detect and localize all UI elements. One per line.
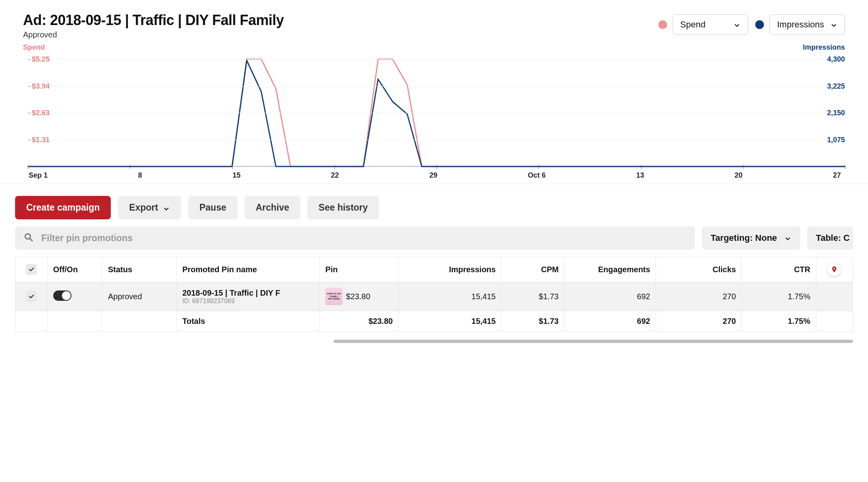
chart-xtick-mark [845, 165, 845, 169]
col-offon[interactable]: Off/On [47, 257, 102, 282]
row-engagements: 692 [564, 282, 656, 311]
col-cpm[interactable]: CPM [502, 257, 564, 282]
right-axis-label: Impressions [803, 43, 845, 52]
chart-ytick-mark [28, 140, 31, 140]
metric-color-dot-right [755, 20, 764, 29]
chart-gridline [28, 140, 845, 140]
chevron-down-icon [784, 234, 791, 242]
chart-gridline [28, 59, 845, 60]
table-header-row: Off/On Status Promoted Pin name Pin Impr… [15, 257, 853, 282]
totals-ctr: 1.75% [742, 311, 816, 332]
totals-spend: $23.80 [320, 311, 399, 332]
row-toggle-cell [47, 282, 102, 311]
chart-xtick-label: 20 [735, 171, 743, 180]
col-pin[interactable]: Pin [320, 257, 399, 282]
chevron-down-icon [163, 204, 170, 211]
chart-xtick-mark [130, 165, 130, 169]
chart-xtick-mark [334, 165, 335, 169]
totals-empty [15, 311, 48, 332]
metric-dropdown-left-label: Spend [680, 19, 706, 30]
metric-dropdown-right[interactable]: Impressions [770, 14, 845, 35]
chart-x-ticks: Sep 18152229Oct 6132027 [23, 171, 845, 180]
search-wrap [15, 226, 695, 250]
chart-gridline [28, 86, 845, 87]
totals-empty [47, 311, 102, 332]
row-clicks: 270 [656, 282, 742, 311]
col-clicks[interactable]: Clicks [656, 257, 742, 282]
filter-pin-promotions-input[interactable] [41, 233, 686, 244]
checkbox-icon [26, 264, 37, 275]
on-off-toggle[interactable] [53, 290, 71, 301]
chart-xtick-mark [436, 165, 437, 169]
chart-ytick-left: $5.25 [32, 55, 50, 64]
pause-button[interactable]: Pause [188, 196, 237, 219]
totals-empty [102, 311, 176, 332]
totals-label: Totals [177, 311, 320, 332]
see-history-button[interactable]: See history [307, 196, 379, 219]
row-ctr: 1.75% [742, 282, 816, 311]
page-header: Ad: 2018-09-15 | Traffic | DIY Fall Fami… [0, 0, 868, 43]
action-bar: Create campaign Export Pause Archive See… [0, 184, 868, 226]
totals-clicks: 270 [656, 311, 742, 332]
totals-impressions: 15,415 [399, 311, 502, 332]
targeting-dropdown[interactable]: Targeting: None [702, 226, 800, 250]
svg-line-1 [30, 238, 32, 241]
chart-xtick-label: 8 [138, 171, 142, 180]
map-pin-icon [827, 263, 841, 276]
chart-xtick-label: Oct 6 [528, 171, 546, 180]
chart-ytick-mark [28, 113, 31, 113]
horizontal-scrollbar[interactable] [15, 340, 853, 344]
targeting-label: Targeting: None [711, 233, 777, 243]
title-block: Ad: 2018-09-15 | Traffic | DIY Fall Fami… [23, 12, 284, 39]
chart-xtick-label: 15 [233, 171, 241, 180]
chart-ytick-right: 4,300 [827, 55, 845, 64]
table-view-label: Table: C [816, 233, 850, 243]
page-title: Ad: 2018-09-15 | Traffic | DIY Fall Fami… [23, 12, 284, 29]
chart-xtick-label: 13 [636, 171, 644, 180]
chart-ytick-left: $3.94 [32, 82, 50, 91]
col-impressions[interactable]: Impressions [399, 257, 502, 282]
pin-promotions-table-wrap: Off/On Status Promoted Pin name Pin Impr… [0, 257, 868, 340]
metric-dropdown-left[interactable]: Spend [673, 14, 748, 35]
svg-point-2 [833, 268, 835, 269]
col-status[interactable]: Status [102, 257, 176, 282]
col-engagements[interactable]: Engagements [564, 257, 656, 282]
select-all-header[interactable] [15, 257, 48, 282]
export-button[interactable]: Export [118, 196, 181, 219]
archive-button[interactable]: Archive [245, 196, 300, 219]
table-view-dropdown[interactable]: Table: C [807, 226, 853, 250]
table-row[interactable]: Approved 2018-09-15 | Traffic | DIY F ID… [15, 282, 853, 311]
row-checkbox[interactable] [15, 282, 48, 311]
col-pin-name[interactable]: Promoted Pin name [177, 257, 320, 282]
totals-extra [816, 311, 853, 332]
chevron-down-icon [830, 21, 837, 28]
chart-xtick-mark [232, 165, 233, 169]
chart-ytick-left: $1.31 [32, 136, 50, 144]
metric-color-dot-left [658, 20, 667, 29]
export-button-label: Export [129, 202, 158, 213]
pin-promotions-table: Off/On Status Promoted Pin name Pin Impr… [15, 257, 853, 332]
pin-thumbnail: HOW TO DIY FAMILY PICTURES [325, 288, 343, 305]
chart-ytick-left: $2.63 [32, 109, 50, 117]
table-totals-row: Totals $23.80 15,415 $1.73 692 270 1.75% [15, 311, 853, 332]
metric-selector-right: Impressions [755, 14, 845, 35]
row-pin-cell: HOW TO DIY FAMILY PICTURES $23.80 [320, 282, 399, 311]
totals-engagements: 692 [564, 311, 656, 332]
metric-selector-left: Spend [658, 14, 748, 35]
chart-plot-area: $5.254,300$3.943,225$2.632,150$1.311,075 [23, 59, 845, 166]
row-pin-name-main: 2018-09-15 | Traffic | DIY F [182, 288, 314, 298]
chart-xtick-label: 29 [429, 171, 437, 180]
create-campaign-button[interactable]: Create campaign [15, 196, 111, 219]
col-ctr[interactable]: CTR [742, 257, 816, 282]
totals-cpm: $1.73 [502, 311, 564, 332]
row-extra [816, 282, 853, 311]
metric-dropdown-right-label: Impressions [777, 19, 824, 30]
col-location[interactable] [816, 257, 853, 282]
chart-ytick-mark [28, 86, 31, 87]
checkbox-icon [26, 291, 37, 302]
search-icon [24, 232, 33, 244]
row-cpm: $1.73 [502, 282, 564, 311]
chart-xtick-label: Sep 1 [29, 171, 48, 180]
row-status: Approved [102, 282, 176, 311]
chart-ytick-right: 1,075 [827, 136, 845, 144]
